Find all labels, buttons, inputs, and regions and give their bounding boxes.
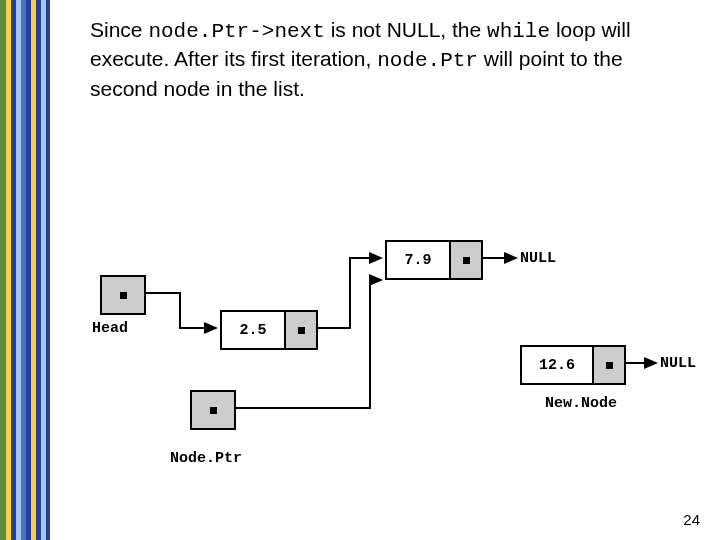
node-value-box: 7.9 (385, 240, 451, 280)
sidebar-stripes (0, 0, 50, 540)
svg-rect-2 (11, 0, 16, 540)
text-part: is not NULL, the (325, 18, 487, 41)
node-next-box (284, 310, 318, 350)
pointer-dot (120, 292, 127, 299)
head-label: Head (92, 320, 128, 337)
svg-rect-7 (36, 0, 41, 540)
nodeptr-pointer-box (190, 390, 236, 430)
nodeptr-label: Node.Ptr (170, 450, 242, 467)
svg-rect-5 (26, 0, 31, 540)
pointer-dot (210, 407, 217, 414)
node-value-box: 12.6 (520, 345, 594, 385)
head-pointer-box (100, 275, 146, 315)
code-snippet: node.Ptr (377, 49, 478, 72)
svg-rect-1 (6, 0, 11, 540)
node-next-box (449, 240, 483, 280)
explanation-text: Since node.Ptr->next is not NULL, the wh… (90, 16, 690, 102)
decorative-sidebar (0, 0, 50, 540)
page-number: 24 (683, 511, 700, 528)
pointer-dot (298, 327, 305, 334)
text-part: Since (90, 18, 148, 41)
svg-rect-8 (41, 0, 46, 540)
null-label: NULL (660, 355, 696, 372)
linked-list-diagram: Head Node.Ptr 2.5 7.9 NULL 12.6 NULL New… (80, 240, 710, 490)
node-value: 7.9 (404, 252, 431, 269)
code-snippet: while (487, 20, 550, 43)
svg-rect-0 (0, 0, 6, 540)
pointer-dot (463, 257, 470, 264)
svg-rect-6 (31, 0, 36, 540)
pointer-dot (606, 362, 613, 369)
svg-rect-4 (21, 0, 26, 540)
newnode-label: New.Node (545, 395, 617, 412)
svg-rect-3 (16, 0, 21, 540)
null-label: NULL (520, 250, 556, 267)
node-value-box: 2.5 (220, 310, 286, 350)
svg-rect-9 (46, 0, 50, 540)
node-value: 2.5 (239, 322, 266, 339)
node-value: 12.6 (539, 357, 575, 374)
code-snippet: node.Ptr->next (148, 20, 324, 43)
node-next-box (592, 345, 626, 385)
